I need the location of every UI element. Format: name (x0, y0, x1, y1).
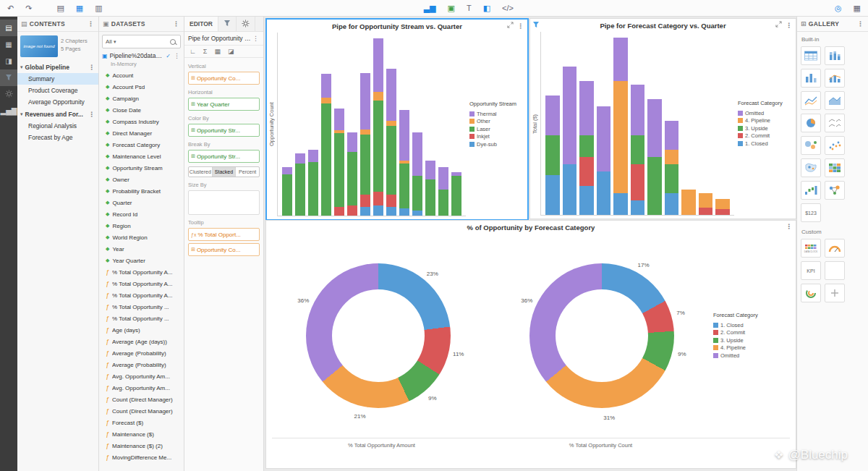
add-custom-tile[interactable] (825, 284, 845, 302)
legend-item[interactable]: Thermal (469, 111, 526, 117)
tab-filter[interactable] (218, 17, 237, 31)
legend-item[interactable]: 1. Closed (713, 322, 793, 328)
attribute-item[interactable]: ◆ Year Quarter (99, 255, 184, 266)
attribute-item[interactable]: ◆ Compass Industry (99, 116, 184, 127)
stacked-bar[interactable] (347, 132, 357, 216)
scatter-plot-tile[interactable] (825, 136, 845, 155)
metric-item[interactable]: ƒ MovingDifference Me... (99, 451, 184, 463)
gallery-toggle-icon[interactable]: ▦ (854, 4, 861, 12)
color-by-drop-zone-chip[interactable]: ⊞ Opportunity Str... (188, 124, 260, 137)
tooltip-chip[interactable]: ⊞ Opportunity Co... (188, 243, 260, 256)
metric-item[interactable]: ƒ Average (Age (days)) (99, 336, 184, 347)
dataset-row[interactable]: ▣ Pipeline%20data%2... ✓ ⋮ (99, 51, 184, 61)
edit-grid-icon[interactable]: ▥ (95, 4, 102, 12)
page-item[interactable]: Forecast by Age (17, 132, 98, 143)
viz-opportunity-donuts[interactable]: % of Opportunity by Forecast Category ⋮ … (265, 220, 796, 469)
stacked-bar[interactable] (321, 74, 331, 216)
attribute-item[interactable]: ◆ Owner (99, 174, 184, 185)
settings-panel-icon[interactable] (0, 86, 17, 103)
stacked-bar[interactable] (631, 85, 645, 215)
visualizations-panel-icon[interactable]: ▂▅▇ (0, 103, 17, 119)
gallery-menu-icon[interactable]: ⋮ (856, 20, 864, 27)
metric-item[interactable]: ƒ % Total Opportunity ... (99, 301, 184, 313)
gauge-tile[interactable] (825, 239, 845, 258)
attribute-item[interactable]: ◆ Account (99, 69, 184, 81)
viz-opportunity-stream[interactable]: Pipe for Opportunity Stream vs. Quarter … (265, 18, 529, 221)
tooltip-chip[interactable]: ƒx % Total Opport... (188, 228, 260, 241)
attribute-item[interactable]: ◆ Direct Manager (99, 127, 184, 139)
undo-icon[interactable]: ↶ (7, 4, 14, 12)
search-icon[interactable] (170, 39, 176, 45)
stacked-bar[interactable] (715, 199, 730, 215)
kpi-tile[interactable]: $123 (801, 203, 821, 222)
metric-item[interactable]: ƒ Count (Direct Manager) (99, 394, 184, 405)
stacked-bar[interactable] (308, 150, 318, 216)
network-tile[interactable] (825, 181, 845, 200)
page-item[interactable]: Product Coverage (17, 85, 98, 96)
help-icon[interactable]: ◎ (835, 4, 842, 12)
page-item[interactable]: Summary (17, 73, 98, 85)
filter-dropdown[interactable]: All (106, 38, 112, 45)
chevron-down-icon[interactable]: ▾ (114, 39, 116, 45)
viz-menu-icon[interactable]: ⋮ (785, 223, 793, 230)
blank-tile[interactable] (825, 261, 845, 280)
legend-item[interactable]: 4. Pipeline (738, 117, 794, 124)
stacked-bar[interactable] (665, 121, 679, 215)
stacked-bar[interactable] (438, 167, 448, 216)
chapter-menu-icon[interactable]: ⋮ (88, 64, 95, 71)
legend-item[interactable]: Laser (469, 126, 526, 132)
heatmap-tile[interactable] (825, 158, 845, 177)
legend-item[interactable]: Other (469, 118, 526, 124)
tab-format[interactable] (237, 17, 255, 31)
stacked-bar[interactable] (360, 73, 370, 216)
page-item[interactable]: Average Opportunity (17, 96, 98, 108)
attribute-item[interactable]: ◆ Maintenance Level (99, 150, 184, 162)
viz-menu-icon[interactable]: ⋮ (785, 22, 793, 29)
grid-options-icon[interactable]: ▦ (214, 48, 221, 55)
legend-item[interactable]: Inkjet (469, 133, 526, 140)
waterfall-tile[interactable] (801, 181, 821, 200)
stacked-bar[interactable] (681, 190, 696, 215)
metric-item[interactable]: ƒ Average (Probability) (99, 359, 184, 370)
dataset-menu-icon[interactable]: ⋮ (173, 52, 181, 59)
metric-item[interactable]: ƒ Average (Probability) (99, 347, 184, 359)
visualization-selector[interactable]: Pipe for Opportunity S... ⋮ (184, 32, 263, 46)
map-tile[interactable] (801, 158, 821, 177)
chevron-down-icon[interactable]: ▾ (20, 64, 23, 70)
stacked-bar[interactable] (412, 132, 422, 216)
metric-item[interactable]: ƒ Avg. Opportunity Am... (99, 370, 184, 382)
metric-item[interactable]: ƒ Avg. Opportunity Am... (99, 382, 184, 394)
attribute-item[interactable]: ◆ Close Date (99, 104, 184, 116)
metric-item[interactable]: ƒ Age (days) (99, 324, 184, 336)
legend-item[interactable]: Dye-sub (469, 141, 526, 148)
insert-selector-icon[interactable]: ◧ (483, 4, 490, 12)
dataset-search[interactable]: All ▾ (102, 35, 181, 48)
grid-tile[interactable] (801, 46, 821, 65)
stacked-bar[interactable] (699, 193, 713, 215)
totals-icon[interactable]: Σ (203, 48, 208, 55)
metric-item[interactable]: ƒ Forecast ($) (99, 417, 184, 428)
toggle-option[interactable]: Clustered (189, 167, 213, 177)
chevron-down-icon[interactable]: ▾ (20, 111, 23, 117)
chapter-revenues[interactable]: ▾ Revenues and For... ⋮ (17, 108, 98, 120)
insert-text-icon[interactable]: T (467, 4, 472, 12)
pie-chart-tile[interactable] (801, 114, 821, 132)
legend-item[interactable]: 2. Commit (738, 132, 794, 139)
kpi-widget-tile[interactable]: KPI (801, 261, 821, 280)
metric-item[interactable]: ƒ % Total Opportunity A... (99, 289, 184, 301)
legend-item[interactable]: Omitted (713, 352, 793, 359)
datasets-menu-icon[interactable]: ⋮ (172, 20, 180, 27)
attribute-item[interactable]: ◆ Opportunity Stream (99, 162, 184, 174)
stacked-bar[interactable] (597, 106, 611, 215)
maximize-icon[interactable] (775, 21, 782, 29)
axes-icon[interactable]: ∟ (190, 48, 196, 55)
attribute-item[interactable]: ◆ Quarter (99, 197, 184, 208)
stacked-bar[interactable] (373, 38, 383, 216)
legend-item[interactable]: Omitted (738, 110, 794, 116)
line-chart-tile[interactable] (801, 91, 821, 110)
break-by-drop-zone-chip[interactable]: ⊞ Opportunity Str... (188, 150, 260, 163)
donut-chart[interactable] (529, 263, 674, 408)
attribute-item[interactable]: ◆ Record Id (99, 208, 184, 220)
page-item[interactable]: Regional Analysis (17, 120, 98, 132)
legend-item[interactable]: 4. Pipeline (713, 344, 793, 351)
